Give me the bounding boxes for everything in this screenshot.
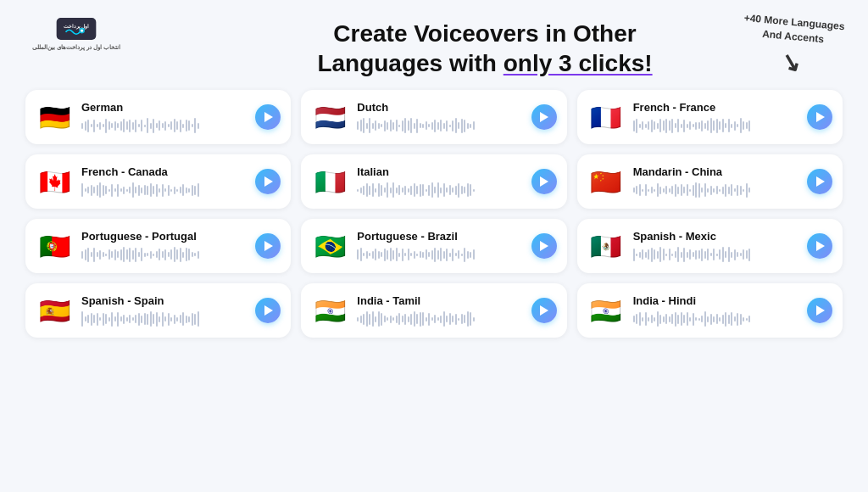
logo: اول پرداخت انتخاب اول در پرداخت‌های بین‌…: [25, 15, 127, 51]
lang-info-dutch: Dutch: [357, 101, 522, 133]
logo-icon: اول پرداخت: [55, 15, 97, 42]
play-button-german[interactable]: [255, 104, 281, 130]
language-card-spanish-mexic: 🇲🇽Spanish - Mexic: [577, 219, 843, 273]
svg-marker-4: [264, 112, 273, 122]
play-button-india-hindi[interactable]: [807, 298, 832, 323]
lang-name-portuguese-brazil: Portuguese - Brazil: [357, 230, 522, 243]
waveform-french-france: [633, 118, 798, 133]
play-button-portuguese-brazil[interactable]: [531, 233, 557, 259]
lang-info-mandarin-china: Mandarin - China: [633, 165, 798, 198]
waveform-spanish-spain: [81, 311, 247, 327]
lang-info-spanish-spain: Spanish - Spain: [81, 294, 247, 327]
svg-marker-11: [540, 241, 548, 251]
lang-info-india-tamil: India - Tamil: [357, 294, 522, 327]
language-card-mandarin-china: 🇨🇳Mandarin - China: [577, 154, 843, 209]
svg-marker-15: [816, 305, 825, 316]
svg-marker-12: [816, 241, 825, 251]
lang-info-portuguese-brazil: Portuguese - Brazil: [357, 230, 522, 262]
lang-name-india-tamil: India - Tamil: [357, 294, 522, 307]
language-card-portuguese-brazil: 🇧🇷Portuguese - Brazil: [301, 219, 566, 273]
language-card-german: 🇩🇪German: [25, 90, 291, 144]
play-button-portuguese-portugal[interactable]: [255, 233, 281, 259]
svg-marker-8: [540, 176, 548, 187]
flag-portuguese-portugal: 🇵🇹: [36, 227, 73, 265]
lang-info-french-france: French - France: [633, 101, 798, 133]
language-card-french-france: 🇫🇷French - France: [577, 90, 843, 144]
lang-name-dutch: Dutch: [357, 101, 522, 114]
flag-mandarin-china: 🇨🇳: [587, 163, 625, 200]
language-card-french-canada: 🇨🇦French - Canada: [25, 154, 291, 209]
play-button-dutch[interactable]: [531, 104, 557, 130]
lang-info-french-canada: French - Canada: [81, 165, 247, 198]
svg-marker-14: [540, 305, 548, 316]
play-button-french-canada[interactable]: [255, 169, 281, 194]
lang-info-portuguese-portugal: Portuguese - Portugal: [81, 230, 247, 262]
lang-name-portuguese-portugal: Portuguese - Portugal: [81, 230, 247, 243]
play-button-mandarin-china[interactable]: [807, 169, 832, 194]
play-button-italian[interactable]: [531, 169, 557, 194]
more-languages-note: +40 More Languages And Accents ↙: [739, 11, 845, 83]
play-button-spanish-spain[interactable]: [255, 298, 281, 323]
play-button-french-france[interactable]: [807, 104, 832, 130]
waveform-french-canada: [81, 182, 247, 198]
lang-info-india-hindi: India - Hindi: [633, 294, 798, 327]
lang-name-spanish-spain: Spanish - Spain: [81, 294, 247, 307]
flag-india-tamil: 🇮🇳: [311, 292, 348, 329]
play-button-spanish-mexic[interactable]: [807, 233, 832, 259]
svg-marker-6: [816, 112, 825, 122]
language-card-india-hindi: 🇮🇳India - Hindi: [577, 283, 843, 338]
play-button-india-tamil[interactable]: [531, 298, 557, 323]
waveform-portuguese-brazil: [357, 247, 522, 262]
svg-marker-10: [264, 241, 273, 251]
language-card-italian: 🇮🇹Italian: [301, 154, 566, 209]
lang-info-spanish-mexic: Spanish - Mexic: [633, 230, 798, 262]
lang-name-german: German: [81, 101, 247, 114]
flag-french-france: 🇫🇷: [587, 98, 625, 136]
lang-name-mandarin-china: Mandarin - China: [633, 165, 798, 178]
waveform-spanish-mexic: [633, 247, 798, 262]
svg-text:اول پرداخت: اول پرداخت: [64, 24, 90, 30]
lang-name-spanish-mexic: Spanish - Mexic: [633, 230, 798, 243]
language-card-india-tamil: 🇮🇳India - Tamil: [301, 283, 566, 338]
flag-german: 🇩🇪: [36, 98, 73, 136]
waveform-portuguese-portugal: [81, 247, 247, 262]
svg-rect-0: [57, 18, 97, 40]
flag-french-canada: 🇨🇦: [36, 163, 73, 200]
flag-portuguese-brazil: 🇧🇷: [311, 227, 348, 265]
highlight-text: only 3 clicks!: [504, 50, 653, 76]
lang-name-india-hindi: India - Hindi: [633, 294, 798, 307]
main-title: Create Voiceovers in Other Languages wit…: [127, 19, 843, 78]
waveform-german: [81, 118, 247, 133]
logo-subtitle: انتخاب اول در پرداخت‌های بین‌المللی: [32, 44, 120, 51]
waveform-india-tamil: [357, 311, 522, 327]
language-grid: 🇩🇪German🇳🇱Dutch🇫🇷French - France🇨🇦French…: [0, 78, 868, 349]
svg-marker-13: [264, 305, 273, 316]
waveform-italian: [357, 182, 522, 198]
flag-spanish-mexic: 🇲🇽: [587, 227, 625, 265]
lang-info-italian: Italian: [357, 165, 522, 198]
language-card-spanish-spain: 🇪🇸Spanish - Spain: [25, 283, 291, 338]
svg-marker-7: [264, 176, 273, 187]
lang-name-french-canada: French - Canada: [81, 165, 247, 178]
language-card-portuguese-portugal: 🇵🇹Portuguese - Portugal: [25, 219, 291, 273]
lang-name-italian: Italian: [357, 165, 522, 178]
lang-info-german: German: [81, 101, 247, 133]
flag-dutch: 🇳🇱: [311, 98, 348, 136]
svg-marker-9: [816, 176, 825, 187]
lang-name-french-france: French - France: [633, 101, 798, 114]
flag-india-hindi: 🇮🇳: [587, 292, 625, 329]
waveform-mandarin-china: [633, 182, 798, 198]
svg-point-3: [81, 29, 83, 31]
flag-spanish-spain: 🇪🇸: [36, 292, 73, 329]
flag-italian: 🇮🇹: [311, 163, 348, 200]
waveform-india-hindi: [633, 311, 798, 327]
waveform-dutch: [357, 118, 522, 133]
language-card-dutch: 🇳🇱Dutch: [301, 90, 566, 144]
header: اول پرداخت انتخاب اول در پرداخت‌های بین‌…: [0, 0, 868, 78]
title-area: Create Voiceovers in Other Languages wit…: [127, 15, 843, 78]
svg-marker-5: [540, 112, 548, 122]
